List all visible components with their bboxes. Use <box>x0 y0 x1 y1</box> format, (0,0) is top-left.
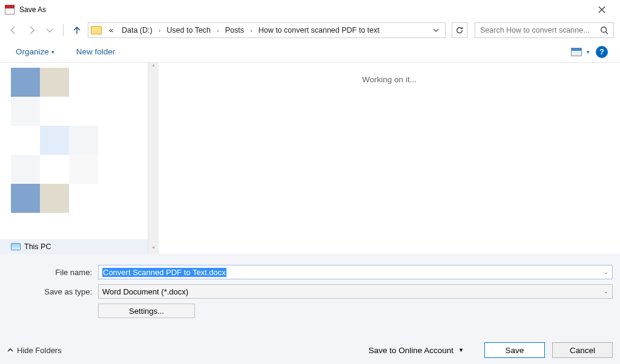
scroll-down-icon: ˅ <box>152 246 155 253</box>
arrow-up-icon <box>72 25 82 35</box>
address-dropdown[interactable] <box>429 26 443 35</box>
toolbar: Organize ▾ New folder ▾ ? <box>0 41 620 63</box>
scroll-up-icon: ˄ <box>152 64 155 71</box>
recent-dropdown[interactable] <box>42 23 57 37</box>
breadcrumb-overflow[interactable]: « <box>105 26 117 34</box>
save-type-select[interactable]: Word Document (*.docx) ⌄ <box>98 284 613 299</box>
close-icon <box>598 6 605 13</box>
footer: Hide Folders Save to Online Account ▼ Sa… <box>7 342 613 358</box>
folder-icon <box>91 26 102 34</box>
chevron-right-icon[interactable]: › <box>249 27 254 34</box>
refresh-button[interactable] <box>452 22 467 38</box>
file-list-area: Working on it... <box>159 63 620 254</box>
new-folder-label: New folder <box>76 47 116 56</box>
sidebar-item-this-pc[interactable]: This PC <box>0 239 148 254</box>
close-button[interactable] <box>588 0 615 19</box>
settings-button[interactable]: Settings... <box>98 304 195 318</box>
svg-point-2 <box>601 27 607 33</box>
settings-label: Settings... <box>129 307 164 316</box>
save-type-value: Word Document (*.docx) <box>102 287 188 296</box>
help-icon: ? <box>599 48 604 56</box>
file-name-label: File name: <box>7 268 98 277</box>
search-box[interactable] <box>475 22 614 38</box>
chevron-up-icon <box>7 347 13 353</box>
breadcrumb-item[interactable]: Used to Tech <box>163 26 214 34</box>
arrow-right-icon <box>27 25 36 35</box>
cancel-button[interactable]: Cancel <box>552 342 613 358</box>
status-text: Working on it... <box>362 75 417 84</box>
address-bar[interactable]: « Data (D:) › Used to Tech › Posts › How… <box>88 22 446 38</box>
change-view-button[interactable] <box>570 45 583 59</box>
help-button[interactable]: ? <box>596 46 608 58</box>
breadcrumb-item[interactable]: Data (D:) <box>118 26 156 34</box>
arrow-left-icon <box>8 25 18 35</box>
svg-line-3 <box>606 32 608 34</box>
chevron-right-icon[interactable]: › <box>157 27 162 34</box>
forward-button[interactable] <box>24 23 39 37</box>
window-title: Save As <box>19 5 588 14</box>
save-button[interactable]: Save <box>484 342 545 358</box>
search-icon <box>600 26 608 34</box>
save-online-label: Save to Online Account <box>369 346 453 355</box>
sidebar-item-label: This PC <box>24 242 51 251</box>
save-label: Save <box>506 346 524 355</box>
hide-folders-button[interactable]: Hide Folders <box>7 346 62 355</box>
title-bar: Save As <box>0 0 620 19</box>
chevron-right-icon[interactable]: › <box>216 27 220 34</box>
hide-folders-label: Hide Folders <box>17 346 62 355</box>
chevron-down-icon[interactable]: ⌄ <box>604 269 608 275</box>
cancel-label: Cancel <box>570 346 595 355</box>
save-type-label: Save as type: <box>7 287 98 296</box>
organize-label: Organize <box>16 47 49 56</box>
search-input[interactable] <box>480 26 600 34</box>
caret-down-icon: ▼ <box>458 347 464 353</box>
file-name-value: Convert Scanned PDF to Text.docx <box>102 268 226 277</box>
chevron-down-icon <box>433 27 439 33</box>
save-online-account-menu[interactable]: Save to Online Account ▼ <box>369 346 464 355</box>
main-area: This PC ˄ ˅ Working on it... <box>0 63 620 254</box>
sidebar-thumbnails <box>0 63 148 239</box>
breadcrumb-item[interactable]: How to convert scanned PDF to text <box>255 26 383 34</box>
organize-menu[interactable]: Organize ▾ <box>12 45 58 59</box>
file-name-input[interactable]: Convert Scanned PDF to Text.docx ⌄ <box>98 265 613 279</box>
refresh-icon <box>455 26 464 34</box>
chevron-down-icon <box>45 25 54 35</box>
caret-down-icon: ▾ <box>51 49 54 55</box>
chevron-down-icon[interactable]: ⌄ <box>604 288 608 294</box>
up-button[interactable] <box>70 23 84 37</box>
breadcrumb-item[interactable]: Posts <box>222 26 248 34</box>
new-folder-button[interactable]: New folder <box>73 45 119 59</box>
computer-icon <box>11 243 21 250</box>
nav-separator <box>63 24 64 36</box>
nav-bar: « Data (D:) › Used to Tech › Posts › How… <box>0 19 620 41</box>
app-icon <box>5 5 15 15</box>
sidebar-scrollbar[interactable]: ˄ ˅ <box>148 63 159 254</box>
sidebar: This PC <box>0 63 148 254</box>
view-dropdown[interactable]: ▾ <box>584 49 596 55</box>
save-form: File name: Convert Scanned PDF to Text.d… <box>0 254 620 364</box>
back-button[interactable] <box>6 23 21 37</box>
